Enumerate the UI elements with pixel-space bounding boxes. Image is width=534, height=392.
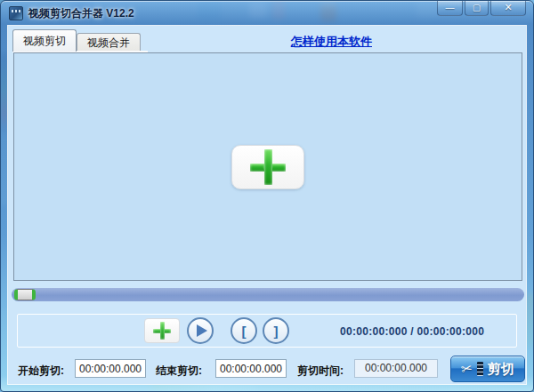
transport-panel: [ ] 00:00:00:000 / 00:00:00:000	[17, 314, 517, 348]
plus-icon	[250, 149, 286, 185]
set-end-button[interactable]: ]	[263, 317, 289, 344]
cut-duration-label: 剪切时间:	[297, 364, 344, 379]
start-cut-label: 开始剪切:	[18, 364, 64, 379]
scissors-icon: ✂	[460, 360, 474, 378]
play-icon	[197, 324, 207, 337]
cut-button[interactable]: ✂ 剪切	[450, 356, 525, 382]
cut-button-label: 剪切	[488, 361, 514, 378]
tab-video-cut-label: 视频剪切	[23, 34, 66, 49]
app-icon	[9, 6, 23, 20]
window-title: 视频剪切合并器 V12.2	[28, 6, 134, 21]
tab-video-merge[interactable]: 视频合并	[77, 33, 141, 52]
cut-duration-value: 00:00:00.000	[354, 359, 438, 378]
minimize-button[interactable]: —	[437, 1, 463, 16]
time-display: 00:00:00:000 / 00:00:00:000	[340, 315, 484, 348]
help-link[interactable]: 怎样使用本软件	[291, 34, 372, 50]
video-preview-area	[13, 52, 522, 281]
cut-controls-row: 开始剪切: 结束剪切: 剪切时间: 00:00:00.000 ✂ 剪切	[8, 356, 526, 386]
client-area: 视频剪切 视频合并 怎样使用本软件	[8, 26, 526, 384]
close-button[interactable]: ✕	[490, 1, 526, 16]
window-controls: — ▢ ✕	[435, 1, 526, 16]
filmstrip-icon	[477, 362, 483, 376]
seek-slider[interactable]	[12, 288, 524, 301]
end-bracket-icon: ]	[274, 324, 279, 339]
start-bracket-icon: [	[242, 324, 247, 339]
set-start-button[interactable]: [	[231, 317, 257, 344]
tab-video-merge-label: 视频合并	[87, 36, 130, 51]
start-cut-input[interactable]	[75, 359, 146, 378]
tab-video-cut[interactable]: 视频剪切	[12, 29, 77, 52]
desktop-background: 视频剪切合并器 V12.2 — ▢ ✕ 视频剪切 视频合并 怎样使用本软件	[0, 0, 534, 392]
add-file-button[interactable]	[144, 318, 180, 343]
end-cut-input[interactable]	[215, 359, 287, 378]
maximize-button[interactable]: ▢	[465, 1, 489, 16]
seek-slider-thumb[interactable]	[14, 289, 36, 300]
add-video-button[interactable]	[231, 145, 304, 189]
tab-strip: 视频剪切 视频合并	[12, 28, 141, 52]
play-button[interactable]	[187, 317, 214, 344]
app-window: 视频剪切合并器 V12.2 — ▢ ✕ 视频剪切 视频合并 怎样使用本软件	[0, 0, 534, 392]
end-cut-label: 结束剪切:	[156, 364, 202, 379]
plus-icon	[153, 322, 171, 340]
